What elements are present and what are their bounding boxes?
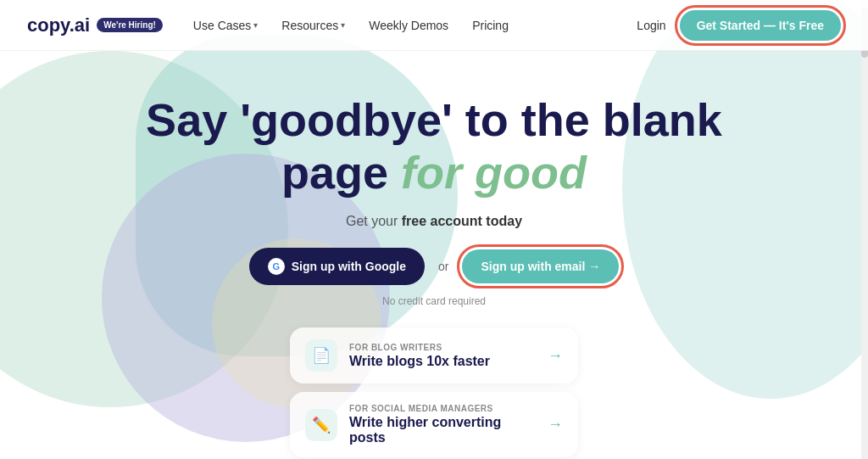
nav-weekly-demos[interactable]: Weekly Demos bbox=[359, 14, 459, 37]
get-started-button[interactable]: Get Started — It's Free bbox=[680, 10, 841, 41]
hero-title-line1: Say 'goodbye' to the blank bbox=[146, 94, 722, 145]
hiring-badge: We're Hiring! bbox=[97, 18, 163, 32]
navbar: copy.ai We're Hiring! Use Cases ▾ Resour… bbox=[0, 0, 868, 51]
card-category-social: FOR SOCIAL MEDIA MANAGERS bbox=[349, 404, 536, 413]
or-separator: or bbox=[438, 260, 448, 273]
blog-icon: 📄 bbox=[305, 339, 337, 372]
chevron-down-icon: ▾ bbox=[341, 20, 345, 30]
card-title-social: Write higher converting posts bbox=[349, 415, 536, 445]
arrow-icon: → bbox=[548, 347, 563, 365]
feature-card-social[interactable]: ✏️ FOR SOCIAL MEDIA MANAGERS Write highe… bbox=[290, 392, 578, 457]
hero-title-colored: for good bbox=[401, 147, 587, 198]
nav-use-cases[interactable]: Use Cases ▾ bbox=[183, 14, 268, 37]
nav-links: Use Cases ▾ Resources ▾ Weekly Demos Pri… bbox=[183, 14, 637, 37]
email-signup-button[interactable]: Sign up with email → bbox=[462, 249, 619, 283]
google-signup-button[interactable]: G Sign up with Google bbox=[249, 248, 425, 285]
feature-card-blog[interactable]: 📄 FOR BLOG WRITERS Write blogs 10x faste… bbox=[290, 327, 578, 383]
google-icon: G bbox=[268, 258, 285, 275]
nav-resources[interactable]: Resources ▾ bbox=[271, 14, 355, 37]
google-btn-label: Sign up with Google bbox=[292, 260, 406, 273]
no-credit-card-label: No credit card required bbox=[382, 295, 486, 307]
main-content: Say 'goodbye' to the blank page for good… bbox=[0, 51, 868, 459]
logo[interactable]: copy.ai We're Hiring! bbox=[27, 14, 163, 36]
nav-pricing[interactable]: Pricing bbox=[462, 14, 519, 37]
hero-subtitle: Get your free account today bbox=[346, 214, 522, 229]
logo-text: copy.ai bbox=[27, 14, 90, 36]
social-icon: ✏️ bbox=[305, 409, 337, 441]
cta-row: G Sign up with Google or Sign up with em… bbox=[249, 248, 620, 285]
login-link[interactable]: Login bbox=[637, 19, 665, 32]
card-content-blog: FOR BLOG WRITERS Write blogs 10x faster bbox=[349, 343, 536, 369]
chevron-down-icon: ▾ bbox=[253, 20, 258, 30]
arrow-icon: → bbox=[548, 416, 563, 434]
email-btn-label: Sign up with email → bbox=[481, 260, 600, 273]
nav-right: Login Get Started — It's Free bbox=[637, 10, 841, 41]
card-title-blog: Write blogs 10x faster bbox=[349, 354, 536, 369]
card-content-social: FOR SOCIAL MEDIA MANAGERS Write higher c… bbox=[349, 404, 536, 445]
hero-title-line2-normal: page bbox=[281, 147, 401, 198]
feature-cards: 📄 FOR BLOG WRITERS Write blogs 10x faste… bbox=[290, 327, 578, 459]
card-category-blog: FOR BLOG WRITERS bbox=[349, 343, 536, 352]
hero-title: Say 'goodbye' to the blank page for good bbox=[146, 93, 722, 199]
